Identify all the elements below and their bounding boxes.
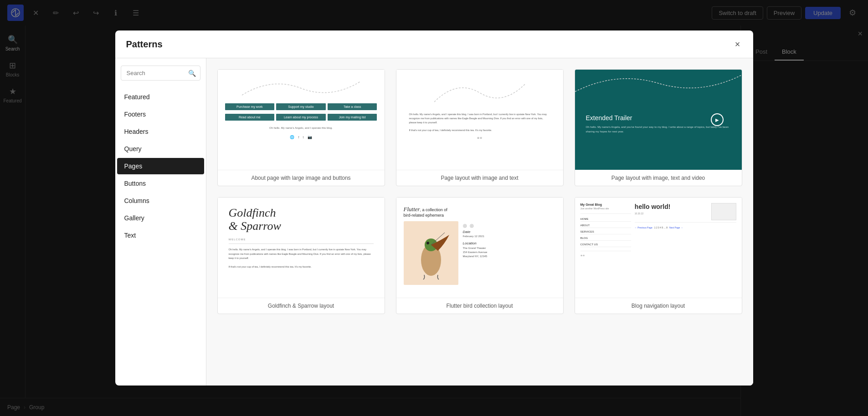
modal-nav-columns[interactable]: Columns [117,193,204,209]
pattern-5-date-val: February 12 2021 [463,235,556,238]
modal-title: Patterns [126,39,163,50]
pattern-5-info: ◎ ◎ Date February 12 2021 Location The G… [463,221,556,260]
modal-content: Purchase my work Support my studio Take … [206,58,753,386]
pattern-6-next-page: Next Page → [669,226,683,229]
pattern-5-header: Flutter, a collection of bird-related ep… [404,205,556,218]
pattern-5-icons: ◎ ◎ [463,223,556,228]
pattern-3-title: Extended Trailer [586,114,731,122]
pattern-preview-4: Goldfinch& Sparrow WELCOME Oh hello. My … [218,198,385,298]
pattern-card-4[interactable]: Goldfinch& Sparrow WELCOME Oh hello. My … [217,197,385,314]
pattern-6-divider [580,213,631,214]
pattern-preview-6: My Great Blog Just another WordPress sit… [575,198,742,298]
pattern-card-6[interactable]: My Great Blog Just another WordPress sit… [575,197,742,314]
pattern-6-nav-home: HOME [580,217,631,222]
pattern-label-5: Flutter bird collection layout [396,298,563,314]
pattern-6-small-card [711,203,736,220]
p1-readabout-btn: Read about me [225,114,275,121]
pattern-1-social-icons: 🌐 f t 📷 [290,135,312,139]
pattern-6-pagination: ← Previous Page 1 2 3 4 5 ... 8 Next Pag… [635,226,736,229]
svg-point-3 [426,242,429,244]
modal-nav-gallery[interactable]: Gallery [117,210,204,226]
modal-nav-query[interactable]: Query [117,141,204,157]
pattern-3-body-text: Oh hello. My name's Angela, and you've f… [586,125,731,134]
pattern-label-6: Blog navigation layout [575,298,742,314]
pattern-5-location-label: Location [463,241,556,245]
modal-body: 🔍 Featured Footers Headers Query Pages B… [115,58,753,386]
pattern-5-location-val: The Grand Theater154 Eastern AvenueMaryl… [463,246,556,259]
pattern-6-footer-text: ⊕ ⊛ [580,254,631,257]
pattern-1-buttons-row1: Purchase my work Support my studio Take … [225,103,377,110]
pattern-5-subtitle: , a collection of [420,208,447,212]
ig-social-icon: 📷 [308,135,312,139]
pattern-6-prev-page: ← Previous Page [635,226,652,229]
pattern-6-divider-2 [580,251,631,251]
pattern-6-nav-blog: BLOG [580,236,631,241]
pattern-card-1[interactable]: Purchase my work Support my studio Take … [217,69,385,186]
pattern-1-buttons-row2: Read about me Learn about my process Joi… [225,114,377,121]
pattern-6-nav-about: ABOUT [580,223,631,228]
modal-nav-buttons[interactable]: Buttons [117,175,204,192]
pattern-6-nav-contact: CONTACT US [580,242,631,247]
modal-nav-headers[interactable]: Headers [117,123,204,140]
pattern-card-5[interactable]: Flutter, a collection of bird-related ep… [396,197,564,314]
modal-nav-footers[interactable]: Footers [117,106,204,122]
modal-overlay: Patterns × 🔍 Featured Footers Headers Qu… [0,0,868,416]
modal-sidebar: 🔍 Featured Footers Headers Query Pages B… [115,58,206,386]
pattern-4-title: Goldfinch& Sparrow [229,207,374,233]
pattern-preview-5: Flutter, a collection of bird-related ep… [396,198,563,298]
pattern-2-logo: ⊕ ⊛ [477,136,483,139]
modal-nav-text[interactable]: Text [117,227,204,244]
pattern-4-body-text: Oh hello. My name's Angelo, and I operat… [229,248,374,269]
pattern-label-3: Page layout with image, text and video [575,170,742,186]
modal-search-box: 🔍 [121,66,200,81]
pattern-1-body-text: Oh hello. My name's Angelo, and I operat… [267,124,334,132]
pattern-5-date-label: Date [463,230,556,234]
pattern-6-blog-sub: Just another WordPress site [580,207,631,210]
bird-svg [411,226,452,280]
pattern-6-page-numbers: 1 2 3 4 5 ... 8 [654,226,668,229]
pattern-card-3[interactable]: Extended Trailer Oh hello. My name's Ang… [575,69,742,186]
p1-join-btn: Join my mailing list [328,114,377,121]
pattern-preview-2: Oh hello. My name's Angelo, and I operat… [396,70,563,170]
pattern-3-curve [575,70,742,97]
patterns-modal: Patterns × 🔍 Featured Footers Headers Qu… [115,30,753,386]
pattern-2-body-text: Oh hello. My name's Angelo, and I operat… [404,112,556,132]
p1-learn-btn: Learn about my process [276,114,326,121]
pattern-6-blog-title: My Great Blog [580,203,631,206]
pattern-6-nav-services: SERVICES [580,229,631,234]
pattern-5-subtitle-2: bird-related ephemera [404,213,556,218]
pattern-4-welcome: WELCOME [229,238,374,241]
modal-search-icon: 🔍 [188,70,196,77]
pattern-preview-3: Extended Trailer Oh hello. My name's Ang… [575,70,742,170]
pattern-6-nav-col: My Great Blog Just another WordPress sit… [580,203,631,257]
pattern-5-icon1: ◎ [463,223,467,228]
patterns-grid: Purchase my work Support my studio Take … [217,69,742,314]
modal-nav-pages[interactable]: Pages [117,158,204,174]
p1-class-btn: Take a class [328,103,377,110]
pattern-6-nav: HOME ABOUT SERVICES BLOG CONTACT US [580,217,631,247]
fb-social-icon: f [298,135,299,139]
pattern-6-content-col: hello world! 10.20.22 ← Previous Page 1 … [635,203,736,257]
pattern-1-curve [242,77,360,100]
pattern-preview-1: Purchase my work Support my studio Take … [218,70,385,170]
wp-social-icon: 🌐 [290,135,294,139]
p1-support-btn: Support my studio [276,103,326,110]
pattern-6-divider-3 [635,222,736,223]
pattern-4-divider [229,244,374,244]
pattern-label-1: About page with large image and buttons [218,170,385,186]
pattern-label-4: Goldfinch & Sparrow layout [218,298,385,314]
modal-close-button[interactable]: × [733,38,742,51]
pattern-6-layout: My Great Blog Just another WordPress sit… [580,203,736,257]
modal-nav-featured[interactable]: Featured [117,89,204,105]
pattern-card-2[interactable]: Oh hello. My name's Angelo, and I operat… [396,69,564,186]
pattern-5-title-italic: Flutter [404,206,420,213]
pattern-5-bird-image [404,221,458,285]
pattern-5-body: ◎ ◎ Date February 12 2021 Location The G… [404,221,556,285]
tw-social-icon: t [303,135,304,139]
pattern-5-icon2: ◎ [470,223,474,228]
modal-header: Patterns × [115,30,753,58]
p1-purchase-btn: Purchase my work [225,103,275,110]
pattern-3-play-icon: ▶ [711,113,724,126]
pattern-label-2: Page layout with image and text [396,170,563,186]
pattern-2-curve [434,77,525,109]
